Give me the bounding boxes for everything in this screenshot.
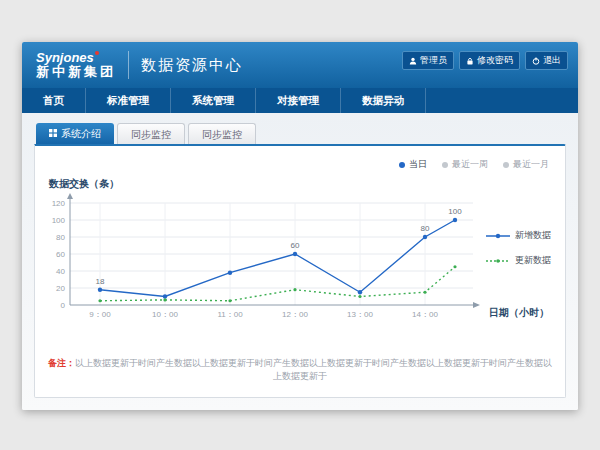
chart-area: 0204060801001209：0010：0011：0012：0013：001…	[49, 193, 553, 331]
svg-text:0: 0	[61, 301, 66, 310]
filter-last-month[interactable]: 最近一月	[503, 158, 549, 171]
page-title: 数据资源中心	[141, 56, 243, 75]
legend-new-data[interactable]: 新增数据	[486, 229, 551, 242]
content-area: 系统介绍 同步监控 同步监控 当日 最近一周	[22, 113, 578, 410]
admin-user-label: 管理员	[420, 54, 447, 67]
svg-text:9：00: 9：00	[89, 310, 111, 319]
svg-text:12：00: 12：00	[282, 310, 308, 319]
tab-sync-monitor-1[interactable]: 同步监控	[117, 123, 185, 144]
dot-icon	[399, 162, 405, 168]
user-actions: 管理员 修改密码 退出	[402, 51, 568, 70]
dot-icon	[503, 162, 509, 168]
filter-label: 最近一周	[452, 158, 488, 171]
svg-text:60: 60	[56, 250, 65, 259]
synjones-logo: Synjones 新中新集团	[32, 51, 116, 80]
company-name: 新中新集团	[36, 65, 116, 79]
legend-label: 新增数据	[515, 229, 551, 242]
dot-icon	[442, 162, 448, 168]
filter-last-week[interactable]: 最近一周	[442, 158, 488, 171]
svg-text:11：00: 11：00	[217, 310, 243, 319]
y-axis-title: 数据交换（条）	[49, 177, 555, 191]
desktop-background: Synjones 新中新集团 数据资源中心 管理员 修改密码	[0, 0, 600, 450]
lock-icon	[466, 57, 474, 65]
tab-label: 同步监控	[202, 124, 242, 145]
nav-item-home[interactable]: 首页	[22, 88, 86, 113]
svg-text:10：00: 10：00	[152, 310, 178, 319]
header-divider	[128, 51, 129, 79]
logo-red-dot-icon	[95, 51, 99, 55]
filter-today[interactable]: 当日	[399, 158, 427, 171]
tab-system-intro[interactable]: 系统介绍	[36, 123, 114, 144]
svg-text:80: 80	[421, 224, 430, 233]
legend-label: 更新数据	[515, 254, 551, 267]
green-dotted-line-icon	[486, 257, 510, 265]
change-password-label: 修改密码	[477, 54, 513, 67]
svg-text:20: 20	[56, 284, 65, 293]
tab-label: 系统介绍	[61, 123, 101, 144]
logout-label: 退出	[543, 54, 561, 67]
svg-text:60: 60	[291, 241, 300, 250]
filter-label: 当日	[409, 158, 427, 171]
svg-text:14：00: 14：00	[412, 310, 438, 319]
nav-item-standard-mgmt[interactable]: 标准管理	[86, 88, 171, 113]
svg-text:80: 80	[56, 233, 65, 242]
svg-text:100: 100	[448, 207, 462, 216]
tab-label: 同步监控	[131, 124, 171, 145]
nav-item-data-change[interactable]: 数据异动	[341, 88, 426, 113]
filter-label: 最近一月	[513, 158, 549, 171]
blue-line-icon	[486, 232, 510, 240]
grid-icon	[49, 123, 57, 144]
nav-item-interface-mgmt[interactable]: 对接管理	[256, 88, 341, 113]
data-exchange-line-chart: 0204060801001209：0010：0011：0012：0013：001…	[49, 193, 549, 323]
tab-sync-monitor-2[interactable]: 同步监控	[188, 123, 256, 144]
app-header: Synjones 新中新集团 数据资源中心 管理员 修改密码	[22, 42, 578, 88]
series-legend: 新增数据 更新数据	[486, 229, 551, 267]
logo-text: Synjones	[36, 51, 116, 65]
app-window: Synjones 新中新集团 数据资源中心 管理员 修改密码	[22, 42, 578, 410]
tabs: 系统介绍 同步监控 同步监控	[36, 123, 566, 144]
admin-user-button[interactable]: 管理员	[402, 51, 454, 70]
svg-text:13：00: 13：00	[347, 310, 373, 319]
note-prefix: 备注：	[48, 358, 75, 368]
change-password-button[interactable]: 修改密码	[459, 51, 520, 70]
svg-text:40: 40	[56, 267, 65, 276]
time-range-filters: 当日 最近一周 最近一月	[45, 158, 549, 171]
x-axis-title: 日期（小时）	[489, 306, 549, 320]
legend-update-data[interactable]: 更新数据	[486, 254, 551, 267]
note-text: 以上数据更新于时间产生数据以上数据更新于时间产生数据以上数据更新于时间产生数据以…	[75, 358, 552, 381]
footer-note: 备注：以上数据更新于时间产生数据以上数据更新于时间产生数据以上数据更新于时间产生…	[45, 357, 555, 383]
nav-item-system-mgmt[interactable]: 系统管理	[171, 88, 256, 113]
power-icon	[532, 57, 540, 65]
svg-text:18: 18	[96, 277, 105, 286]
main-nav: 首页 标准管理 系统管理 对接管理 数据异动	[22, 88, 578, 113]
user-icon	[409, 57, 417, 65]
chart-panel: 当日 最近一周 最近一月 数据交换（条） 0204060801001209：00…	[34, 144, 566, 398]
logout-button[interactable]: 退出	[525, 51, 568, 70]
svg-text:100: 100	[52, 216, 66, 225]
svg-text:120: 120	[52, 199, 66, 208]
